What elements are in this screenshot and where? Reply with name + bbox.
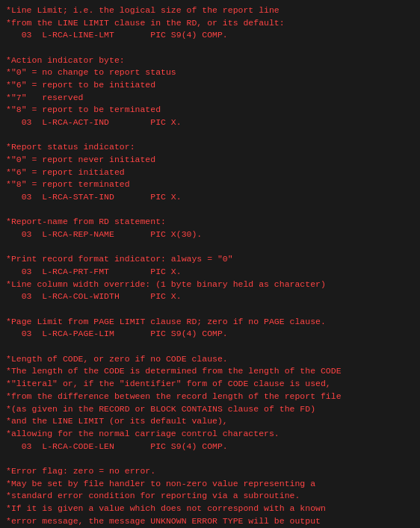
code-line: *(as given in the RECORD or BLOCK CONTAI… (6, 403, 414, 416)
code-line (6, 204, 414, 217)
code-line: *May be set by file handler to non-zero … (6, 478, 414, 491)
code-line (6, 129, 414, 142)
code-line: *error message, the message UNKNOWN ERRO… (6, 515, 414, 528)
code-line: *Line column width override: (1 byte bin… (6, 279, 414, 291)
code-line: *"6" = report initiated (6, 167, 414, 179)
code-line: 03 L-RCA-PRT-FMT PIC X. (6, 266, 414, 279)
code-line: *from the difference between the record … (6, 391, 414, 403)
code-line (6, 42, 414, 55)
code-line: *Line Limit; i.e. the logical size of th… (6, 4, 414, 17)
code-line: *Report-name from RD statement: (6, 216, 414, 229)
code-line: 03 L-RCA-STAT-IND PIC X. (6, 191, 414, 204)
code-line: *allowing for the normal carriage contro… (6, 428, 414, 441)
code-line: 03 L-RCA-PAGE-LIM PIC S9(4) COMP. (6, 328, 414, 341)
code-line: *"literal" or, if the "identifier" form … (6, 378, 414, 391)
code-line: *and the LINE LIMIT (or its default valu… (6, 415, 414, 428)
code-line: *The length of the CODE is determined fr… (6, 365, 414, 378)
code-line: *Page Limit from PAGE LIMIT clause RD; z… (6, 316, 414, 329)
code-line: *from the LINE LIMIT clause in the RD, o… (6, 17, 414, 30)
code-line: 03 L-RCA-REP-NAME PIC X(30). (6, 229, 414, 241)
code-display: *Line Limit; i.e. the logical size of th… (0, 0, 420, 528)
code-line (6, 241, 414, 254)
code-line: *"0" = report never initiated (6, 154, 414, 167)
code-line: 03 L-RCA-CODE-LEN PIC S9(4) COMP. (6, 441, 414, 453)
code-line: *"6" = report to be initiated (6, 79, 414, 92)
code-line: 03 L-RCA-ACT-IND PIC X. (6, 117, 414, 129)
code-line: *Error flag: zero = no error. (6, 465, 414, 478)
code-line: *"8" = report to be terminated (6, 104, 414, 117)
code-line (6, 303, 414, 316)
code-line: *"7" reserved (6, 92, 414, 105)
code-line: *If it is given a value which does not c… (6, 503, 414, 515)
code-line: *Action indicator byte: (6, 55, 414, 67)
code-line: *"8" = report terminated (6, 178, 414, 191)
code-line: *standard error condition for reporting … (6, 490, 414, 503)
code-line (6, 341, 414, 353)
code-line: 03 L-RCA-LINE-LMT PIC S9(4) COMP. (6, 29, 414, 42)
code-line (6, 453, 414, 465)
code-line: *"0" = no change to report status (6, 66, 414, 79)
code-line: *Report status indicator: (6, 141, 414, 154)
code-line: *Print record format indicator: always =… (6, 253, 414, 266)
code-line: 03 L-RCA-COL-WIDTH PIC X. (6, 291, 414, 303)
code-line: *Length of CODE, or zero if no CODE clau… (6, 353, 414, 366)
